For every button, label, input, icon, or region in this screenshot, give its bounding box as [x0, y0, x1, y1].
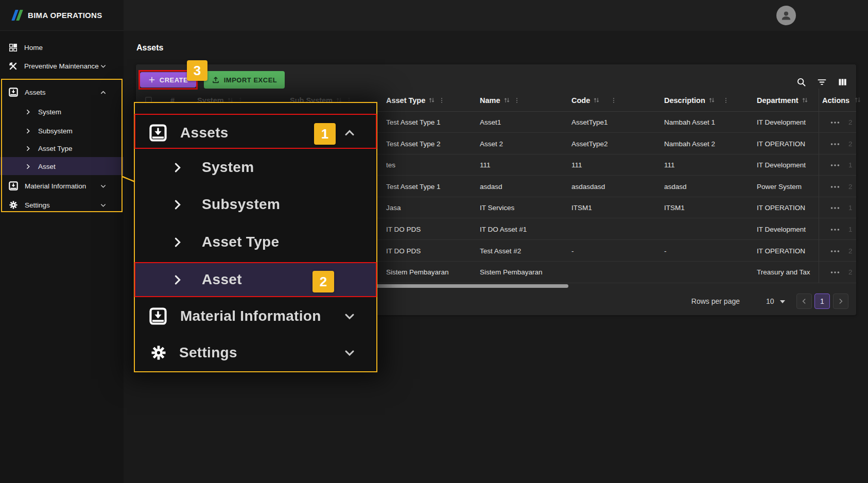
sort-icon[interactable] — [428, 96, 436, 104]
cell-asset-type: tes — [386, 154, 395, 176]
filter-icon[interactable] — [816, 76, 828, 88]
cell-code: - — [571, 240, 574, 262]
row-actions-button[interactable] — [826, 154, 844, 176]
sidebar-item-label: Asset Type — [38, 145, 73, 152]
overlay-item-asset-type[interactable]: Asset Type — [135, 233, 376, 251]
cell-department: Power System — [757, 176, 802, 197]
gear-icon — [149, 343, 168, 362]
overlay-item-label: Subsystem — [202, 196, 280, 213]
kebab-menu-icon[interactable] — [722, 97, 730, 104]
row-actions-button[interactable] — [826, 197, 844, 218]
ghost-count: 1 — [848, 219, 853, 240]
row-actions-button[interactable] — [826, 219, 844, 240]
chevron-right-icon — [25, 145, 31, 152]
column-header-actions: Actions — [822, 89, 849, 112]
overlay-item-material-information[interactable]: Material Information — [135, 307, 376, 325]
cell-asset-type: IT DO PDS — [386, 219, 421, 240]
overlay-item-settings[interactable]: Settings — [135, 343, 376, 362]
overlay-item-system[interactable]: System — [135, 158, 376, 177]
brand-name: BIMA OPERATIONS — [28, 11, 102, 20]
previous-page-button[interactable] — [796, 294, 812, 309]
overlay-item-subsystem[interactable]: Subsystem — [135, 195, 376, 214]
sidebar-item-settings[interactable]: Settings — [0, 197, 124, 213]
column-header-code[interactable]: Code — [571, 89, 617, 112]
sidebar-item-asset[interactable]: Asset — [0, 159, 124, 174]
rows-per-page-value[interactable]: 10 — [766, 294, 774, 309]
cell-description: Nambah Asset 1 — [664, 112, 715, 133]
next-page-button[interactable] — [833, 294, 848, 309]
columns-icon[interactable] — [837, 76, 848, 88]
sidebar-item-label: Settings — [25, 201, 50, 209]
page-1-button[interactable]: 1 — [814, 294, 830, 309]
kebab-menu-icon[interactable] — [610, 97, 617, 104]
cell-code: asdasdasd — [571, 176, 605, 197]
sidebar-item-label: Subsystem — [38, 127, 73, 135]
sidebar-item-assets[interactable]: Assets — [0, 84, 124, 100]
column-label: Name — [480, 96, 500, 105]
import-excel-button[interactable]: IMPORT EXCEL — [204, 71, 285, 89]
user-avatar[interactable] — [776, 6, 796, 25]
search-icon[interactable] — [795, 76, 807, 88]
chevron-right-icon — [171, 236, 184, 249]
sidebar-item-material-information[interactable]: Material Information — [0, 178, 124, 194]
sort-icon[interactable] — [503, 96, 511, 104]
overlay-item-label: Asset Type — [202, 234, 279, 250]
row-actions-button[interactable] — [826, 176, 844, 197]
cell-department: IT Development — [757, 112, 806, 133]
cell-department: IT OPERATION — [757, 133, 805, 154]
overlay-item-assets[interactable]: Assets — [135, 124, 376, 142]
overlay-item-label: Asset — [202, 271, 242, 288]
archive-icon — [148, 306, 168, 326]
row-actions-button[interactable] — [826, 262, 844, 283]
chevron-right-icon — [25, 128, 31, 134]
horizontal-scrollbar[interactable] — [352, 284, 568, 288]
sort-icon[interactable] — [593, 96, 600, 104]
row-actions-button[interactable] — [826, 240, 844, 262]
sort-icon[interactable] — [708, 96, 716, 104]
column-header-description[interactable]: Description — [664, 89, 730, 112]
sort-icon[interactable] — [801, 96, 809, 104]
chevron-down-icon — [342, 346, 357, 360]
overlay-item-label: Material Information — [180, 308, 321, 324]
column-header-department[interactable]: Department — [757, 89, 809, 112]
brand-logo[interactable]: BIMA OPERATIONS — [0, 0, 124, 31]
column-label: Department — [757, 96, 798, 105]
cell-description: Nambah Asset 2 — [664, 133, 715, 154]
chevron-down-icon — [99, 201, 107, 209]
sidebar-item-system[interactable]: System — [0, 104, 124, 119]
dashboard-icon — [8, 43, 18, 53]
chevron-right-icon — [171, 273, 184, 286]
sidebar-item-subsystem[interactable]: Subsystem — [0, 123, 124, 139]
kebab-menu-icon[interactable] — [513, 97, 520, 104]
cell-description: 111 — [664, 154, 675, 176]
cell-name: Asset1 — [480, 112, 501, 133]
overlay-item-label: System — [202, 159, 254, 176]
sidebar-item-home[interactable]: Home — [0, 40, 124, 55]
row-actions-button[interactable] — [826, 133, 844, 154]
sidebar: BIMA OPERATIONS Home Preventive Maintena… — [0, 0, 124, 483]
ghost-count: 2 — [848, 176, 853, 197]
overlay-item-asset[interactable]: Asset — [135, 270, 376, 289]
annotation-badge-1: 1 — [314, 123, 336, 145]
cell-department: IT OPERATION — [757, 197, 805, 218]
ghost-count: 2 — [848, 240, 853, 262]
table-tools — [795, 76, 848, 88]
sidebar-item-label: System — [38, 108, 61, 116]
column-header-name[interactable]: Name — [480, 89, 520, 112]
sidebar-item-preventive-maintenance[interactable]: Preventive Maintenance — [0, 58, 124, 74]
sidebar-item-label: Material Information — [25, 182, 86, 190]
kebab-menu-icon[interactable] — [438, 97, 445, 104]
column-label: Actions — [822, 96, 849, 105]
sidebar-item-asset-type[interactable]: Asset Type — [0, 141, 124, 156]
overlay-item-label: Settings — [179, 344, 237, 361]
rows-per-page-caret-icon[interactable] — [780, 300, 785, 303]
row-actions-button[interactable] — [826, 112, 844, 133]
cell-department: Treasury and Tax — [757, 262, 810, 283]
column-label: Code — [571, 96, 590, 105]
ghost-count: 2 — [848, 112, 853, 133]
cell-name: asdasd — [480, 176, 502, 197]
cell-department: IT Development — [757, 154, 806, 176]
column-header-asset-type[interactable]: Asset Type — [386, 89, 445, 112]
tutorial-callout-overlay: Assets System Subsystem Asset Type — [134, 102, 377, 372]
chevron-down-icon — [342, 309, 357, 323]
